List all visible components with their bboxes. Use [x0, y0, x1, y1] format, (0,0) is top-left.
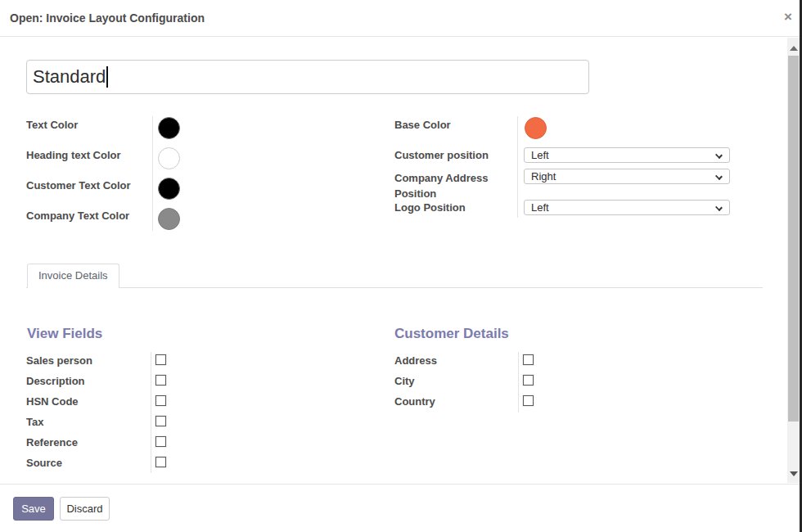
sales-person-label: Sales person: [26, 354, 92, 367]
scroll-down-icon[interactable]: [790, 471, 798, 476]
save-button[interactable]: Save: [13, 497, 54, 521]
modal-footer: [0, 484, 800, 532]
reference-checkbox[interactable]: [155, 436, 166, 447]
reference-label: Reference: [26, 436, 78, 449]
company-address-position-label: Company Address Position: [394, 170, 491, 201]
close-icon[interactable]: ×: [779, 8, 797, 26]
description-checkbox[interactable]: [155, 375, 166, 385]
customer-position-select[interactable]: Left: [524, 147, 730, 163]
logo-position-label: Logo Position: [394, 201, 466, 214]
modal-body: Standard Text Color Heading text Color C…: [0, 38, 787, 483]
address-label: Address: [394, 354, 437, 367]
left-column-separator: [152, 116, 153, 231]
country-label: Country: [394, 395, 435, 408]
view-fields-title: View Fields: [27, 326, 102, 342]
hsn-code-checkbox[interactable]: [155, 395, 166, 406]
text-color-label: Text Color: [26, 119, 78, 131]
heading-text-color-swatch[interactable]: [158, 147, 180, 169]
customer-details-separator: [518, 352, 519, 413]
city-checkbox[interactable]: [523, 375, 534, 385]
company-text-color-label: Company Text Color: [26, 210, 129, 222]
customer-position-value: Left: [531, 149, 549, 161]
heading-text-color-label: Heading text Color: [26, 149, 121, 161]
view-fields-separator: [151, 352, 151, 473]
customer-text-color-swatch[interactable]: [158, 178, 180, 200]
logo-position-value: Left: [531, 201, 549, 214]
base-color-label: Base Color: [394, 119, 451, 131]
customer-details-title: Customer Details: [394, 326, 509, 342]
address-checkbox[interactable]: [523, 354, 534, 365]
country-checkbox[interactable]: [523, 395, 534, 406]
customer-text-color-label: Customer Text Color: [26, 179, 131, 192]
base-color-swatch[interactable]: [525, 117, 547, 139]
scroll-up-icon[interactable]: [790, 46, 798, 51]
hsn-code-label: HSN Code: [26, 395, 79, 408]
company-address-position-value: Right: [531, 170, 556, 183]
chevron-down-icon: [715, 173, 723, 180]
chevron-down-icon: [715, 151, 723, 159]
tax-checkbox[interactable]: [155, 416, 166, 426]
chevron-down-icon: [715, 204, 723, 211]
text-cursor: [106, 66, 108, 88]
discard-button[interactable]: Discard: [60, 497, 110, 521]
tax-label: Tax: [26, 416, 43, 428]
modal-title: Open: Invoice Layout Configuration: [10, 11, 205, 25]
customer-position-label: Customer position: [394, 149, 489, 161]
description-label: Description: [26, 375, 85, 387]
tab-invoice-details[interactable]: Invoice Details: [27, 264, 119, 288]
company-text-color-swatch[interactable]: [158, 208, 180, 230]
right-column-separator: [517, 116, 518, 218]
source-label: Source: [26, 457, 62, 469]
city-label: City: [394, 375, 415, 387]
scrollbar-thumb[interactable]: [788, 56, 799, 422]
source-checkbox[interactable]: [155, 457, 166, 467]
modal-header: Open: Invoice Layout Configuration ×: [0, 0, 800, 37]
layout-name-input[interactable]: Standard: [26, 60, 589, 94]
layout-name-value: Standard: [33, 66, 106, 88]
text-color-swatch[interactable]: [158, 117, 180, 139]
company-address-position-select[interactable]: Right: [524, 169, 730, 184]
logo-position-select[interactable]: Left: [524, 200, 730, 215]
tab-strip-line: [26, 287, 763, 288]
sales-person-checkbox[interactable]: [155, 354, 166, 365]
